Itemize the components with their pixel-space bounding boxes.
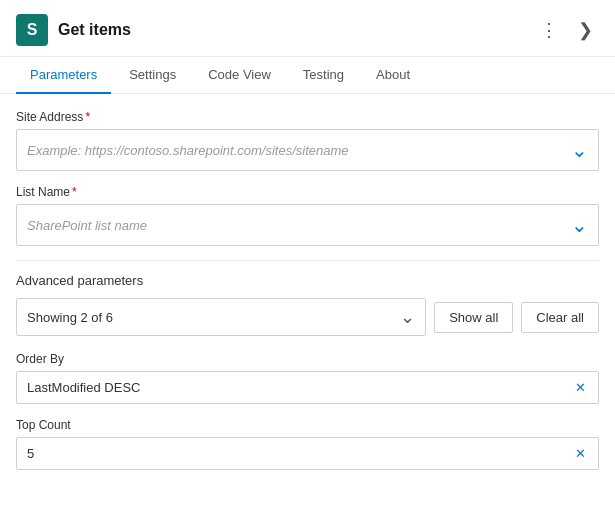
more-options-button[interactable]: ⋮ <box>534 15 564 45</box>
page-title: Get items <box>58 21 131 39</box>
chevron-right-icon: ❯ <box>578 19 593 41</box>
tab-testing[interactable]: Testing <box>289 57 358 94</box>
top-count-close-icon: ✕ <box>575 446 586 461</box>
order-by-input[interactable] <box>27 380 573 395</box>
header: S Get items ⋮ ❯ <box>0 0 615 57</box>
list-name-label: List Name* <box>16 185 599 199</box>
site-address-dropdown[interactable]: Example: https://contoso.sharepoint.com/… <box>16 129 599 171</box>
top-count-clear-button[interactable]: ✕ <box>573 446 588 461</box>
order-by-input-container: ✕ <box>16 371 599 404</box>
site-address-group: Site Address* Example: https://contoso.s… <box>16 110 599 171</box>
content-area: Site Address* Example: https://contoso.s… <box>0 94 615 500</box>
top-count-input[interactable] <box>27 446 573 461</box>
more-vert-icon: ⋮ <box>540 19 558 41</box>
app-icon-letter: S <box>27 21 38 39</box>
advanced-controls: Showing 2 of 6 ⌄ Show all Clear all <box>16 298 599 336</box>
showing-text: Showing 2 of 6 <box>27 310 113 325</box>
separator-1 <box>16 260 599 261</box>
top-count-group: Top Count ✕ <box>16 418 599 470</box>
site-address-label: Site Address* <box>16 110 599 124</box>
header-right: ⋮ ❯ <box>534 15 599 45</box>
tab-about[interactable]: About <box>362 57 424 94</box>
order-by-label: Order By <box>16 352 599 366</box>
close-panel-button[interactable]: ❯ <box>572 15 599 45</box>
order-by-clear-button[interactable]: ✕ <box>573 380 588 395</box>
header-left: S Get items <box>16 14 131 46</box>
list-name-dropdown[interactable]: SharePoint list name ⌄ <box>16 204 599 246</box>
clear-all-button[interactable]: Clear all <box>521 302 599 333</box>
site-address-chevron-icon: ⌄ <box>571 138 588 162</box>
tab-bar: Parameters Settings Code View Testing Ab… <box>0 57 615 94</box>
list-name-chevron-icon: ⌄ <box>571 213 588 237</box>
list-name-placeholder: SharePoint list name <box>27 218 147 233</box>
top-count-label: Top Count <box>16 418 599 432</box>
show-all-button[interactable]: Show all <box>434 302 513 333</box>
showing-chevron-icon: ⌄ <box>400 306 415 328</box>
app-icon: S <box>16 14 48 46</box>
order-by-group: Order By ✕ <box>16 352 599 404</box>
advanced-parameters-label: Advanced parameters <box>16 273 599 288</box>
showing-dropdown[interactable]: Showing 2 of 6 ⌄ <box>16 298 426 336</box>
tab-parameters[interactable]: Parameters <box>16 57 111 94</box>
site-address-placeholder: Example: https://contoso.sharepoint.com/… <box>27 143 349 158</box>
order-by-close-icon: ✕ <box>575 380 586 395</box>
top-count-input-container: ✕ <box>16 437 599 470</box>
list-name-group: List Name* SharePoint list name ⌄ <box>16 185 599 246</box>
tab-code-view[interactable]: Code View <box>194 57 285 94</box>
tab-settings[interactable]: Settings <box>115 57 190 94</box>
